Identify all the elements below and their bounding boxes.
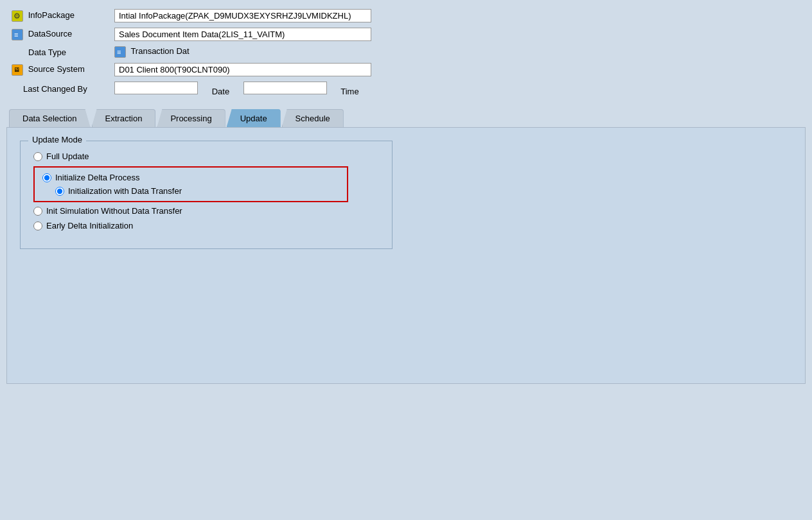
infopackage-value-cell: Intial InfoPackage(ZPAK_D9MUDX3EXYSRHZJ9… [109, 6, 806, 25]
infopackage-value: Intial InfoPackage(ZPAK_D9MUDX3EXYSRHZJ9… [114, 9, 371, 22]
datatype-value-cell: Transaction Dat [109, 44, 806, 60]
lastchangedby-input[interactable] [114, 82, 198, 94]
datatype-label: Data Type [12, 48, 66, 57]
infopackage-icon [12, 10, 23, 22]
option-full-update[interactable]: Full Update [33, 152, 379, 161]
sourcesystem-label: Source System [28, 64, 85, 74]
datasource-icon [12, 29, 23, 40]
radio-init-delta[interactable] [42, 173, 51, 182]
option-init-delta[interactable]: Initialize Delta Process [42, 173, 339, 182]
tab-data-selection[interactable]: Data Selection [9, 109, 91, 127]
tab-schedule[interactable]: Schedule [282, 109, 344, 127]
datasource-row: DataSource Sales Document Item Data(2LIS… [6, 25, 806, 44]
option-init-simulation[interactable]: Init Simulation Without Data Transfer [33, 206, 379, 216]
sourcesystem-row: Source System D01 Client 800(T90CLNT090) [6, 60, 806, 79]
option-init-data-transfer[interactable]: Initialization with Data Transfer [42, 186, 339, 196]
date-input[interactable] [243, 82, 327, 94]
sourcesystem-value-cell: D01 Client 800(T90CLNT090) [109, 60, 806, 79]
radio-early-delta[interactable] [33, 221, 42, 230]
datasource-value: Sales Document Item Data(2LIS_11_VAITM) [114, 28, 371, 41]
datasource-value-cell: Sales Document Item Data(2LIS_11_VAITM) [109, 25, 806, 44]
tab-update[interactable]: Update [227, 109, 281, 127]
datatype-label-cell: Data Type [6, 44, 109, 60]
sourcesystem-label-cell: Source System [6, 60, 109, 79]
date-label: Date [212, 87, 229, 96]
lastchanged-values: Date Time [109, 79, 806, 99]
datatype-row: Data Type Transaction Dat [6, 44, 806, 60]
option-early-delta[interactable]: Early Delta Initialization [33, 221, 379, 230]
infopackage-row: InfoPackage Intial InfoPackage(ZPAK_D9MU… [6, 6, 806, 25]
radio-init-simulation[interactable] [33, 207, 42, 216]
highlight-box: Initialize Delta Process Initialization … [33, 166, 348, 202]
time-label: Time [340, 87, 358, 96]
main-container: InfoPackage Intial InfoPackage(ZPAK_D9MU… [0, 0, 812, 390]
radio-init-data-transfer[interactable] [55, 187, 64, 196]
sourcesystem-value: D01 Client 800(T90CLNT090) [114, 63, 371, 76]
tab-content-update: Update Mode Full Update Initialize Delta… [6, 127, 806, 384]
sourcesystem-icon [12, 64, 23, 76]
datatype-value: Transaction Dat [130, 46, 189, 56]
label-full-update: Full Update [46, 152, 89, 161]
group-box-title: Update Mode [28, 135, 86, 144]
label-init-simulation: Init Simulation Without Data Transfer [46, 206, 182, 216]
label-init-data-transfer: Initialization with Data Transfer [68, 186, 182, 196]
lastchangedby-label: Last Changed By [6, 79, 109, 99]
lastchanged-row: Last Changed By Date Time [6, 79, 806, 99]
label-early-delta: Early Delta Initialization [46, 221, 133, 230]
radio-full-update[interactable] [33, 152, 42, 161]
info-table: InfoPackage Intial InfoPackage(ZPAK_D9MU… [6, 6, 806, 99]
tabs-container: Data Selection Extraction Processing Upd… [6, 109, 806, 127]
datasource-label: DataSource [6, 25, 109, 44]
update-mode-group: Update Mode Full Update Initialize Delta… [20, 141, 393, 249]
label-init-delta: Initialize Delta Process [55, 173, 140, 182]
infopackage-label: InfoPackage [6, 6, 109, 25]
tab-processing[interactable]: Processing [157, 109, 225, 127]
datatype-icon [114, 46, 126, 58]
tab-extraction[interactable]: Extraction [92, 109, 156, 127]
